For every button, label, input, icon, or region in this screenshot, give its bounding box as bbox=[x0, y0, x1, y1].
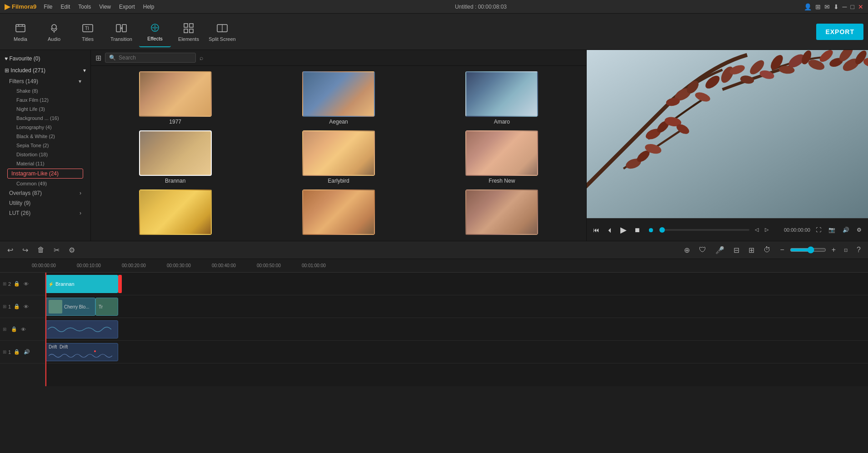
effect-thumb-brannan[interactable] bbox=[139, 130, 212, 176]
settings-btn[interactable]: ⚙ bbox=[855, 225, 863, 235]
minimize-btn[interactable]: ─ bbox=[843, 3, 847, 10]
clip-transition[interactable]: Tr bbox=[95, 298, 118, 316]
utility-header[interactable]: Utility (9) bbox=[0, 198, 90, 208]
toolbar-transition[interactable]: Transition bbox=[105, 16, 137, 47]
track-eye-1b[interactable]: 👁 bbox=[20, 326, 27, 333]
track-vol-1c[interactable]: 🔊 bbox=[23, 348, 31, 356]
account-icon[interactable]: 👤 bbox=[804, 3, 812, 10]
clip-cherry[interactable]: Cherry Blo... bbox=[45, 298, 95, 316]
filter-background[interactable]: Background ... (16) bbox=[0, 114, 90, 123]
track-lock-1b[interactable]: 🔒 bbox=[10, 325, 18, 333]
effect-thumb-freshnew[interactable] bbox=[465, 130, 538, 176]
mail-icon[interactable]: ✉ bbox=[824, 3, 830, 10]
filters-header[interactable]: Filters (149)▾ bbox=[0, 76, 90, 86]
toolbar-audio[interactable]: Audio bbox=[38, 16, 70, 47]
snapshot-button[interactable]: 📷 bbox=[827, 225, 837, 235]
toolbar-elements[interactable]: Elements bbox=[173, 16, 205, 47]
search-input[interactable] bbox=[119, 55, 182, 61]
subtitles-btn[interactable]: ⊟ bbox=[731, 244, 742, 256]
effect-thumb-row3a[interactable] bbox=[139, 189, 212, 235]
filter-shake[interactable]: Shake (8) bbox=[0, 86, 90, 95]
effect-1977[interactable]: 1977 bbox=[96, 71, 254, 125]
toolbar-splitscreen[interactable]: Split Screen bbox=[206, 16, 238, 47]
pip-btn[interactable]: ⊞ bbox=[746, 244, 757, 256]
menu-edit[interactable]: Edit bbox=[57, 3, 74, 11]
menu-view[interactable]: View bbox=[95, 3, 115, 11]
effect-amaro[interactable]: Amaro bbox=[423, 71, 581, 125]
overlays-header[interactable]: Overlays (87)› bbox=[0, 188, 90, 198]
filter-fauxfilm[interactable]: Faux Film (12) bbox=[0, 95, 90, 105]
track-eye-1a[interactable]: 👁 bbox=[23, 303, 30, 310]
effect-freshnew[interactable]: Fresh New bbox=[423, 130, 581, 184]
play-button[interactable]: ▶ bbox=[619, 223, 629, 237]
zoom-in-btn[interactable]: + bbox=[829, 244, 838, 256]
effect-earlybird[interactable]: Earlybird bbox=[259, 130, 417, 184]
grid-view-icon[interactable]: ⊞ bbox=[95, 54, 101, 62]
timeline-playhead[interactable] bbox=[45, 273, 46, 386]
effect-row3c[interactable] bbox=[423, 189, 581, 237]
effect-thumb-aegean[interactable] bbox=[302, 71, 375, 117]
fit-btn[interactable]: ⊡ bbox=[841, 246, 850, 254]
record-button[interactable]: ⏺ bbox=[646, 224, 656, 235]
effect-thumb-amaro[interactable] bbox=[465, 71, 538, 117]
menu-export[interactable]: Export bbox=[115, 3, 139, 11]
favourite-header[interactable]: ♥ Favourite (0) bbox=[0, 53, 90, 65]
toolbar-titles[interactable]: TI Titles bbox=[72, 16, 104, 47]
filter-bw[interactable]: Black & White (2) bbox=[0, 132, 90, 141]
filter-common[interactable]: Common (49) bbox=[0, 179, 90, 188]
filter-lomography[interactable]: Lomography (4) bbox=[0, 123, 90, 132]
effect-row3b[interactable] bbox=[259, 189, 417, 237]
download-icon[interactable]: ⬇ bbox=[833, 3, 839, 10]
fullscreen-button[interactable]: ⛶ bbox=[814, 225, 823, 235]
effect-row3a[interactable] bbox=[96, 189, 254, 237]
clip-btn[interactable]: 🛡 bbox=[696, 244, 709, 256]
volume-button[interactable]: 🔊 bbox=[841, 225, 851, 235]
filter-distortion[interactable]: Distortion (18) bbox=[0, 150, 90, 159]
effect-brannan[interactable]: Brannan bbox=[96, 130, 254, 184]
effect-thumb-1977[interactable] bbox=[139, 71, 212, 117]
track-lock-1a[interactable]: 🔒 bbox=[13, 303, 21, 310]
export-button[interactable]: EXPORT bbox=[816, 24, 863, 40]
step-back-button[interactable]: ⏴ bbox=[605, 224, 615, 235]
stop-button[interactable]: ⏹ bbox=[632, 224, 642, 235]
rewind-button[interactable]: ⏮ bbox=[591, 224, 601, 235]
menu-help[interactable]: Help bbox=[140, 3, 158, 11]
toolbar-effects[interactable]: Effects bbox=[139, 16, 171, 47]
filter-material[interactable]: Material (11) bbox=[0, 159, 90, 168]
filter-sepia[interactable]: Sepia Tone (2) bbox=[0, 141, 90, 150]
redo-button[interactable]: ↪ bbox=[20, 244, 31, 256]
toolbar-media[interactable]: Media bbox=[5, 16, 36, 47]
menu-file[interactable]: File bbox=[40, 3, 56, 11]
prev-frame-btn[interactable]: ◁ bbox=[753, 225, 760, 234]
close-btn[interactable]: ✕ bbox=[858, 3, 863, 10]
help-btn[interactable]: ? bbox=[854, 244, 863, 256]
speed-btn[interactable]: ⏱ bbox=[761, 244, 773, 256]
settings-button[interactable]: ⚙ bbox=[66, 244, 78, 256]
track-lock-2[interactable]: 🔒 bbox=[13, 280, 21, 288]
progress-bar[interactable] bbox=[659, 229, 749, 231]
filter-nightlife[interactable]: Night Life (3) bbox=[0, 105, 90, 114]
next-frame-btn[interactable]: ▷ bbox=[763, 225, 770, 234]
included-header[interactable]: ⊞ Included (271) ▾ bbox=[0, 65, 90, 76]
effect-thumb-row3c[interactable] bbox=[465, 189, 538, 235]
progress-dot[interactable] bbox=[659, 227, 665, 233]
magnetic-btn[interactable]: ⊕ bbox=[681, 244, 693, 256]
grid-icon[interactable]: ⊞ bbox=[815, 3, 821, 10]
effect-aegean[interactable]: Aegean bbox=[259, 71, 417, 125]
maximize-btn[interactable]: □ bbox=[851, 3, 854, 10]
delete-button[interactable]: 🗑 bbox=[35, 244, 47, 256]
zoom-slider[interactable] bbox=[790, 246, 826, 254]
cut-button[interactable]: ✂ bbox=[51, 244, 62, 256]
effect-thumb-earlybird[interactable] bbox=[302, 130, 375, 176]
track-eye-2[interactable]: 👁 bbox=[23, 280, 30, 288]
zoom-out-btn[interactable]: − bbox=[777, 244, 787, 256]
clip-audio-1[interactable] bbox=[45, 320, 118, 339]
menu-tools[interactable]: Tools bbox=[75, 3, 95, 11]
clip-brannan[interactable]: ⚡ Brannan bbox=[45, 275, 118, 293]
undo-button[interactable]: ↩ bbox=[5, 244, 16, 256]
clip-drift[interactable]: Drift Drift bbox=[45, 343, 118, 361]
track-lock-1c[interactable]: 🔒 bbox=[13, 348, 21, 356]
voice-btn[interactable]: 🎤 bbox=[713, 244, 727, 256]
search-button[interactable]: ⌕ bbox=[200, 54, 203, 61]
effect-thumb-row3b[interactable] bbox=[302, 189, 375, 235]
